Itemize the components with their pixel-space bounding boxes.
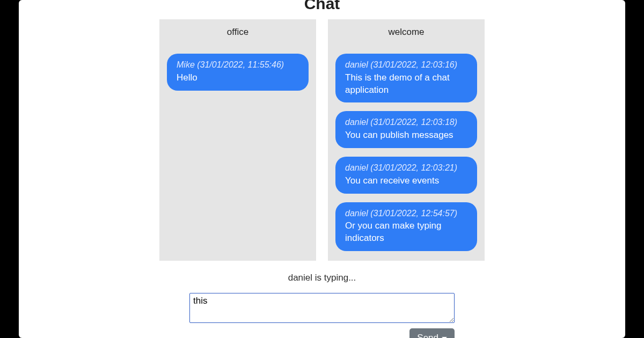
message-author: daniel	[345, 163, 368, 172]
message-bubble: daniel (31/01/2022, 12:03:18) You can pu…	[335, 111, 477, 148]
message-author: daniel	[345, 60, 368, 69]
messages-list: Mike (31/01/2022, 11:55:46) Hello	[167, 54, 309, 91]
message-timestamp: 31/01/2022, 12:03:16	[373, 60, 454, 69]
message-author: Mike	[177, 60, 195, 69]
message-meta: daniel (31/01/2022, 12:03:21)	[345, 162, 467, 174]
room-welcome: welcome daniel (31/01/2022, 12:03:16) Th…	[328, 19, 485, 261]
message-author: daniel	[345, 209, 368, 218]
message-input[interactable]	[189, 293, 455, 323]
message-meta: daniel (31/01/2022, 12:03:16)	[345, 59, 467, 71]
message-meta: Mike (31/01/2022, 11:55:46)	[177, 59, 299, 71]
app-window: Chat office Mike (31/01/2022, 11:55:46) …	[19, 0, 625, 338]
message-body: Or you can make typing indicators	[345, 220, 467, 245]
typing-indicator: daniel is typing...	[288, 273, 356, 283]
message-meta: daniel (31/01/2022, 12:54:57)	[345, 208, 467, 219]
message-author: daniel	[345, 117, 368, 127]
rooms-container: office Mike (31/01/2022, 11:55:46) Hello…	[19, 19, 625, 261]
message-meta: daniel (31/01/2022, 12:03:18)	[345, 116, 467, 128]
message-body: This is the demo of a chat application	[345, 72, 467, 97]
send-button-label: Send	[417, 333, 438, 338]
message-body: You can publish messages	[345, 129, 467, 142]
composer: daniel is typing... Send	[19, 273, 625, 338]
message-timestamp: 31/01/2022, 12:03:18	[373, 117, 454, 127]
send-button[interactable]: Send	[409, 328, 455, 338]
room-office: office Mike (31/01/2022, 11:55:46) Hello	[159, 19, 316, 261]
message-bubble: daniel (31/01/2022, 12:03:21) You can re…	[335, 157, 477, 194]
message-bubble: daniel (31/01/2022, 12:54:57) Or you can…	[335, 202, 477, 251]
room-title: office	[167, 27, 309, 38]
send-row: Send	[189, 328, 455, 338]
message-bubble: Mike (31/01/2022, 11:55:46) Hello	[167, 54, 309, 91]
message-timestamp: 31/01/2022, 12:54:57	[373, 209, 454, 218]
message-timestamp: 31/01/2022, 12:03:21	[373, 163, 454, 172]
message-body: You can receive events	[345, 175, 467, 187]
room-title: welcome	[335, 27, 477, 38]
message-body: Hello	[177, 72, 299, 84]
messages-list: daniel (31/01/2022, 12:03:16) This is th…	[335, 54, 477, 251]
message-bubble: daniel (31/01/2022, 12:03:16) This is th…	[335, 54, 477, 102]
page-title: Chat	[19, 0, 625, 13]
message-timestamp: 31/01/2022, 11:55:46	[200, 60, 281, 69]
